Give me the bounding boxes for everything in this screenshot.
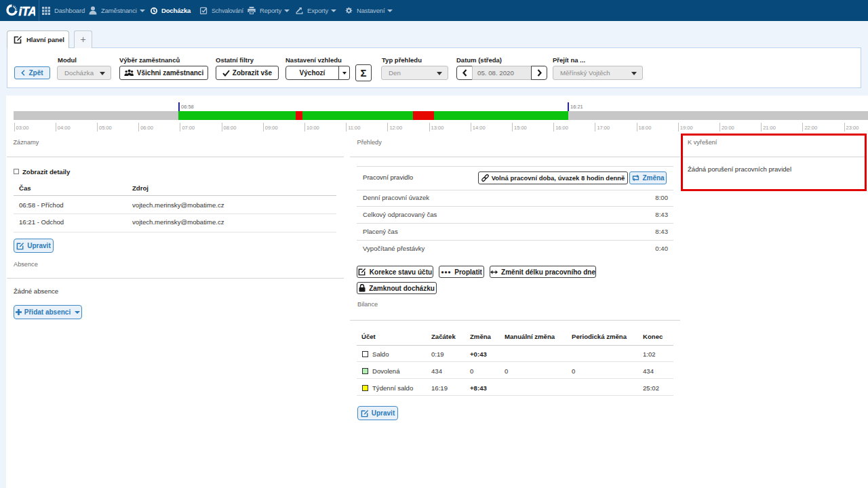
- svg-text:iTA: iTA: [19, 4, 36, 18]
